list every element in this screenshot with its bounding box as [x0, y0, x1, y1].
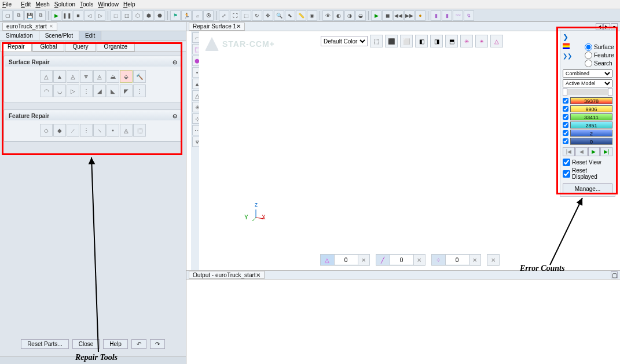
active-model-select[interactable]: Active Model [563, 79, 612, 87]
stop-icon[interactable]: ■ [73, 10, 83, 21]
undo-button[interactable]: ↶ [131, 339, 146, 349]
tool-hammer-icon[interactable]: 🔨 [133, 70, 146, 83]
next-icon[interactable]: ◀◀ [393, 10, 403, 21]
restore-icon[interactable]: ◒ [355, 10, 366, 21]
fill-hole-icon[interactable]: △ [40, 70, 53, 83]
close-icon[interactable]: ✕ [49, 24, 53, 29]
record-icon[interactable]: ● [415, 10, 425, 21]
combined-select[interactable]: Combined [563, 69, 612, 78]
slider-knob-left[interactable] [563, 88, 567, 96]
remesh-face-icon[interactable]: ⛛ [80, 70, 93, 83]
fill-patch-icon[interactable]: ▲ [53, 70, 66, 83]
chevron-right-icon[interactable]: ❯ [563, 33, 568, 41]
view-tri2-icon[interactable]: ✴ [475, 35, 488, 47]
tab-organize[interactable]: Organize [97, 42, 135, 52]
first-icon[interactable]: ▶ [371, 10, 381, 21]
collapse-icon[interactable]: ⊙ [173, 113, 177, 119]
reset-parts-button[interactable]: Reset Parts... [21, 339, 69, 349]
close-icon[interactable]: ✕ [256, 272, 261, 278]
flag-feature-icon[interactable]: ◬ [120, 124, 133, 137]
prev-icon[interactable]: ◼ [382, 10, 392, 21]
radio-surface[interactable]: Surface [585, 43, 614, 51]
first-error-icon[interactable]: |◀ [563, 147, 575, 156]
close-icon[interactable]: ✕ [236, 23, 241, 30]
more2-icon[interactable]: ⋮ [133, 84, 146, 97]
tab-edit[interactable]: Edit [79, 31, 101, 40]
count-checkbox[interactable] [563, 130, 568, 136]
report2-icon[interactable]: ▮ [442, 10, 452, 21]
open-icon[interactable]: ⧉ [13, 10, 24, 21]
tab-repair[interactable]: Repair [0, 42, 32, 52]
last-icon[interactable]: ▶▶ [404, 10, 414, 21]
auto-repair-icon[interactable]: ⬙ [120, 70, 133, 83]
probe-icon[interactable]: ◉ [307, 10, 317, 21]
flag-icon[interactable]: ⚑ [170, 10, 181, 21]
reset-view-checkbox[interactable]: Reset View [563, 159, 612, 166]
count-checkbox[interactable] [563, 106, 568, 112]
menu-edit[interactable]: Edit [21, 1, 31, 8]
count-checkbox[interactable] [563, 122, 568, 128]
output-tab[interactable]: Output - euroTruck_start ✕ [189, 271, 265, 279]
step-fwd-icon[interactable]: ▷ [95, 10, 105, 21]
vertex-tool-icon[interactable]: • [107, 124, 119, 137]
reset-displayed-checkbox[interactable]: Reset Displayed [563, 167, 612, 180]
merge-icon[interactable]: ⛰ [107, 70, 119, 83]
tab-query[interactable]: Query [65, 42, 96, 52]
doc-tab[interactable]: euroTruck_start ✕ [2, 23, 57, 31]
zoom-icon[interactable]: 🔍 [274, 10, 284, 21]
count-checkbox[interactable] [563, 138, 568, 144]
feature-opt-icon[interactable]: ⬚ [133, 124, 146, 137]
isolate-icon[interactable]: ◑ [344, 10, 355, 21]
color-select[interactable]: Default Color [321, 36, 368, 46]
collapse-face-icon[interactable]: ◣ [107, 84, 119, 97]
pick-icon[interactable]: ⬉ [285, 10, 295, 21]
report4-icon[interactable]: ↯ [464, 10, 474, 21]
report3-icon[interactable]: 〰 [453, 10, 463, 21]
menu-help[interactable]: Help [123, 1, 135, 8]
clear-edges-icon[interactable]: ✕ [413, 255, 425, 265]
save-icon[interactable]: 💾 [24, 10, 35, 21]
face-count-input[interactable] [335, 255, 358, 264]
swap-icon[interactable]: ◤ [120, 84, 133, 97]
count-checkbox[interactable] [563, 98, 568, 104]
clear-all-icon[interactable]: ✕ [487, 254, 500, 266]
view-top-icon[interactable]: ⬒ [445, 35, 458, 47]
menu-file[interactable]: File [2, 1, 16, 8]
run-man-icon[interactable]: 🏃 [181, 10, 192, 21]
view-left-icon[interactable]: ◧ [415, 35, 428, 47]
last-error-icon[interactable]: ▶| [600, 147, 612, 156]
edge-tool-icon[interactable]: ⟍ [93, 124, 106, 137]
zip-edge-icon[interactable]: ◬ [67, 70, 79, 83]
wire-icon[interactable]: ⬢ [144, 10, 154, 21]
split-icon[interactable]: ◢ [93, 84, 106, 97]
collapse-icon[interactable]: ⊙ [173, 59, 177, 65]
rubberband-icon[interactable]: ⬚ [241, 10, 251, 21]
mesh-icon[interactable]: ⬚ [111, 10, 121, 21]
saveall-icon[interactable]: ⧉ [35, 10, 46, 21]
tab-sceneplot[interactable]: Scene/Plot [39, 31, 79, 40]
feature-curve-icon[interactable]: ⟋ [67, 124, 79, 137]
mini-prev-icon[interactable]: ◀ [596, 23, 603, 30]
menu-solution[interactable]: Solution [54, 1, 75, 8]
zoom-box-icon[interactable]: ⛶ [230, 10, 240, 21]
edge-sel-icon[interactable]: ╱ [376, 255, 390, 265]
scene-icon[interactable]: ⬡ [133, 10, 143, 21]
clear-verts-icon[interactable]: ✕ [469, 255, 480, 265]
viewport-canvas[interactable]: STAR-CCM+ Default Color ⬚ ⬛ ⬜ ◧ ◨ ⬒ ✳ ✴ … [199, 31, 620, 270]
clear-faces-icon[interactable]: ✕ [358, 255, 369, 265]
count-checkbox[interactable] [563, 114, 568, 120]
smooth-icon[interactable]: ◬ [93, 70, 106, 83]
surface-repair-header[interactable]: Surface Repair ⊙ [5, 57, 181, 67]
more3-icon[interactable]: ⋮ [80, 124, 93, 137]
face-sel-icon[interactable]: △ [321, 255, 335, 265]
radio-feature[interactable]: Feature [585, 52, 614, 59]
pause-icon[interactable]: ❚❚ [62, 10, 72, 21]
slider-knob-right[interactable] [608, 88, 612, 96]
view-tri1-icon[interactable]: ✳ [460, 35, 473, 47]
scene-tab[interactable]: Repair Surface 1 ✕ [189, 23, 245, 31]
mini-next-icon[interactable]: ▶ [603, 23, 610, 30]
help-button[interactable]: Help [103, 339, 128, 349]
view-front-icon[interactable]: ⬛ [385, 35, 398, 47]
pan-icon[interactable]: ✥ [263, 10, 273, 21]
view-right-icon[interactable]: ◨ [430, 35, 443, 47]
